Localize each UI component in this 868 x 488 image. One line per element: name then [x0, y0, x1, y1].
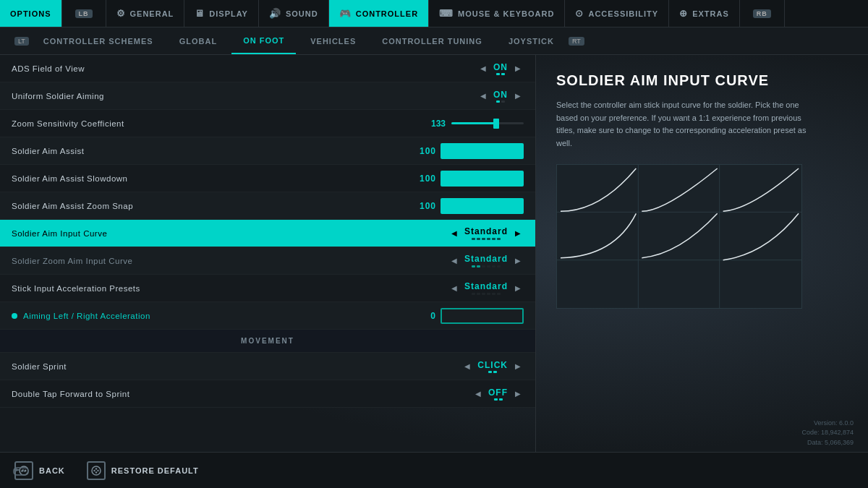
- nav-item-options[interactable]: OPTIONS: [0, 0, 62, 27]
- svg-point-3: [92, 466, 101, 475]
- dot2: [501, 73, 505, 75]
- nav-item-sound[interactable]: 🔊 SOUND: [259, 0, 329, 27]
- subnav-controller-schemes[interactable]: CONTROLLER SCHEMES: [32, 27, 165, 54]
- setting-aim-input-curve[interactable]: Soldier Aim Input Curve ◀ Standard ▶: [0, 220, 535, 247]
- aim-assist-value: 100: [396, 146, 436, 156]
- setting-zoom-sensitivity[interactable]: Zoom Sensitivity Coefficient 133: [0, 110, 535, 137]
- soldier-sprint-prev[interactable]: ◀: [461, 361, 473, 372]
- uniform-aiming-prev[interactable]: ◀: [477, 90, 489, 101]
- setting-soldier-sprint[interactable]: Soldier Sprint ◀ CLICK ▶: [0, 353, 535, 380]
- zoom-sensitivity-fill: [451, 122, 495, 124]
- nav-item-general[interactable]: ⚙ GENERAL: [106, 0, 185, 27]
- uniform-aiming-value: ON: [493, 90, 508, 103]
- aim-input-curve-prev[interactable]: ◀: [448, 228, 460, 239]
- stick-accel-label: Stick Input Acceleration Presets: [12, 284, 393, 293]
- aim-assist-label: Soldier Aim Assist: [12, 147, 393, 155]
- on-foot-label: ON FOOT: [243, 36, 284, 45]
- lt-bumper[interactable]: LT: [14, 37, 29, 46]
- subnav-controller-tuning[interactable]: CONTROLLER TUNING: [370, 27, 494, 54]
- dot1: [496, 100, 500, 103]
- aim-input-curve-value: Standard: [464, 226, 508, 240]
- general-label: GENERAL: [130, 9, 174, 18]
- aiming-lr-accel-bar[interactable]: [441, 308, 524, 324]
- controller-bottom-icon: [13, 465, 29, 479]
- svg-point-5: [95, 471, 97, 473]
- mouse-keyboard-label: MOUSE & KEYBOARD: [458, 9, 554, 18]
- nav-lb-bumper[interactable]: LB: [62, 0, 106, 27]
- subnav-vehicles[interactable]: VEHICLES: [299, 27, 367, 54]
- rt-bumper[interactable]: RT: [569, 37, 584, 46]
- rb-icon: RB: [753, 9, 771, 18]
- setting-ads-fov[interactable]: ADS Field of View ◀ ON ▶: [0, 55, 535, 82]
- zoom-sensitivity-value: 133: [424, 119, 446, 129]
- aim-assist-zoom-snap-label: Soldier Aim Assist Zoom Snap: [12, 202, 393, 210]
- zoom-sensitivity-track[interactable]: [451, 122, 524, 124]
- aim-assist-control: 100: [393, 143, 524, 159]
- soldier-sprint-next[interactable]: ▶: [512, 361, 524, 372]
- nav-item-mouse-keyboard[interactable]: ⌨ MOUSE & KEYBOARD: [429, 0, 565, 27]
- subnav-on-foot[interactable]: ON FOOT: [231, 27, 296, 54]
- movement-label: MOVEMENT: [241, 337, 294, 345]
- ads-fov-value: ON: [493, 62, 508, 75]
- zoom-aim-input-curve-prev[interactable]: ◀: [448, 255, 460, 266]
- setting-uniform-aiming[interactable]: Uniform Soldier Aiming ◀ ON ▶: [0, 82, 535, 110]
- controller-restore-svg: [91, 466, 101, 476]
- setting-aim-assist[interactable]: Soldier Aim Assist 100: [0, 137, 535, 165]
- subnav-global[interactable]: GLOBAL: [168, 27, 229, 54]
- options-label: OPTIONS: [10, 9, 51, 18]
- setting-double-tap-sprint[interactable]: Double Tap Forward to Sprint ◀ OFF ▶: [0, 380, 535, 408]
- aim-input-curve-next[interactable]: ▶: [512, 228, 524, 239]
- subnav-joystick[interactable]: JOYSTICK: [497, 27, 566, 54]
- ads-fov-next[interactable]: ▶: [512, 63, 524, 74]
- aim-assist-slowdown-bar[interactable]: [441, 171, 524, 187]
- zoom-aim-input-curve-next[interactable]: ▶: [512, 255, 524, 266]
- double-tap-sprint-prev[interactable]: ◀: [472, 388, 484, 399]
- setting-aiming-lr-accel[interactable]: Aiming Left / Right Acceleration 0: [0, 302, 535, 330]
- settings-panel: ADS Field of View ◀ ON ▶ Uniform Soldier…: [0, 55, 535, 452]
- restore-default-button[interactable]: RESTORE DEFAULT: [87, 461, 199, 480]
- ads-fov-label: ADS Field of View: [12, 64, 393, 73]
- accessibility-label: ACCESSIBILITY: [588, 9, 658, 18]
- aim-assist-zoom-snap-bar[interactable]: [441, 198, 524, 214]
- curve-bottom-left: [561, 214, 636, 258]
- ads-fov-control: ◀ ON ▶: [393, 62, 524, 75]
- svg-point-6: [93, 469, 95, 471]
- dot2: [499, 398, 503, 401]
- ads-fov-prev[interactable]: ◀: [477, 63, 489, 74]
- info-title: SOLDIER AIM INPUT CURVE: [556, 72, 848, 89]
- aim-curve-chart: [556, 164, 802, 309]
- setting-aim-assist-zoom-snap[interactable]: Soldier Aim Assist Zoom Snap 100: [0, 192, 535, 220]
- setting-aim-assist-slowdown[interactable]: Soldier Aim Assist Slowdown 100: [0, 165, 535, 192]
- uniform-aiming-label: Uniform Soldier Aiming: [12, 92, 393, 100]
- svg-point-12: [24, 471, 25, 472]
- version-data: Data: 5,066,369: [801, 438, 854, 448]
- aim-input-curve-control: ◀ Standard ▶: [393, 226, 524, 240]
- svg-point-7: [97, 469, 98, 471]
- setting-zoom-aim-input-curve[interactable]: Soldier Zoom Aim Input Curve ◀ Standard …: [0, 247, 535, 275]
- aim-assist-slowdown-value: 100: [396, 174, 436, 184]
- nav-item-extras[interactable]: ⊕ EXTRAS: [669, 0, 740, 27]
- stick-accel-prev[interactable]: ◀: [448, 283, 460, 294]
- uniform-aiming-next[interactable]: ▶: [512, 90, 524, 101]
- aim-assist-bar[interactable]: [441, 143, 524, 159]
- controller-tuning-label: CONTROLLER TUNING: [382, 37, 482, 46]
- info-description: Select the controller aim stick input cu…: [556, 99, 817, 150]
- controller-icon: 🎮: [339, 8, 352, 19]
- dot2: [493, 371, 497, 373]
- curve-top-left: [561, 168, 636, 211]
- stick-accel-next[interactable]: ▶: [512, 283, 524, 294]
- vehicles-label: VEHICLES: [310, 37, 356, 46]
- svg-point-11: [22, 469, 24, 471]
- nav-rb-bumper[interactable]: RB: [740, 0, 785, 27]
- controller-label: CONTROLLER: [356, 9, 418, 18]
- curve-bottom-mid: [642, 214, 717, 258]
- nav-item-accessibility[interactable]: ⊙ ACCESSIBILITY: [565, 0, 669, 27]
- extras-label: EXTRAS: [692, 9, 729, 18]
- accessibility-icon: ⊙: [575, 8, 584, 19]
- nav-item-display[interactable]: 🖥 DISPLAY: [184, 0, 259, 27]
- setting-stick-accel[interactable]: Stick Input Acceleration Presets ◀ Stand…: [0, 275, 535, 302]
- version-label: Version: 6.0.0: [801, 419, 854, 429]
- dot2: [501, 100, 505, 103]
- nav-item-controller[interactable]: 🎮 CONTROLLER: [329, 0, 429, 27]
- double-tap-sprint-next[interactable]: ▶: [512, 388, 524, 399]
